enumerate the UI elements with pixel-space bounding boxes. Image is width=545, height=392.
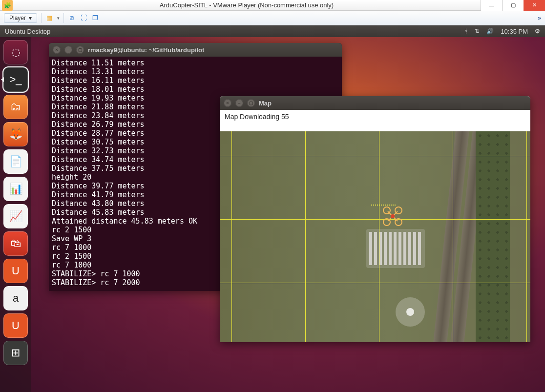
network-icon[interactable]: ⇅	[475, 28, 480, 35]
svg-point-2	[383, 207, 390, 214]
windows-close-button[interactable]: ✕	[524, 0, 545, 11]
ubuntu-desktop[interactable]: Ubuntu Desktop ᚼ ⇅ 🔊 10:35 PM ⚙ ◌ >_ 🗂 🦊…	[0, 25, 545, 392]
terminal-title: rmackay9@ubuntu: ~/GitHub/ardupilot	[88, 46, 204, 54]
map-gridline	[526, 131, 527, 342]
ubuntu-one-icon[interactable]: U	[3, 259, 28, 283]
ubuntu-menubar: Ubuntu Desktop ᚼ ⇅ 🔊 10:35 PM ⚙	[0, 25, 545, 37]
thumbnail-view-icon[interactable]: ▦	[45, 14, 53, 22]
map-window[interactable]: × – ▢ Map Map Downloading 55	[220, 96, 530, 342]
settings-gear-icon[interactable]: ⚙	[535, 28, 540, 35]
terminal-titlebar[interactable]: × ­– ▢ rmackay9@ubuntu: ~/GitHub/ardupil…	[49, 43, 342, 57]
map-titlebar[interactable]: × – ▢ Map	[220, 96, 530, 110]
firefox-launcher-icon[interactable]: 🦊	[3, 122, 28, 146]
workspace-switcher-icon[interactable]: ⊞	[3, 341, 28, 365]
vmware-app-icon: 🧩	[2, 0, 13, 11]
files-launcher-icon[interactable]: 🗂	[3, 95, 28, 119]
map-gridline	[220, 283, 530, 283]
terminal-launcher-icon[interactable]: >_	[3, 67, 28, 92]
clock[interactable]: 10:35 PM	[501, 28, 528, 35]
toolbar-separator	[41, 13, 42, 23]
copter-marker-icon[interactable]	[381, 205, 404, 228]
terminal-maximize-button[interactable]: ▢	[76, 46, 84, 54]
map-status-text: Map Downloading 55	[220, 110, 530, 131]
vmware-player-menu-button[interactable]: Player ▾	[4, 13, 37, 23]
map-gridline	[305, 131, 306, 342]
unity-mode-icon[interactable]: ❐	[91, 14, 99, 22]
volume-icon[interactable]: 🔊	[486, 28, 494, 35]
terminal-close-button[interactable]: ×	[53, 46, 61, 54]
map-helipad	[396, 297, 425, 327]
windows-minimize-button[interactable]: —	[481, 0, 502, 11]
svg-point-4	[383, 219, 390, 226]
vmware-toolbar: Player ▾ ▦ ▾ ⎚ ⛶ ❐ »	[0, 11, 545, 25]
svg-point-6	[391, 215, 394, 218]
map-title: Map	[259, 100, 272, 107]
toolbar-separator	[63, 13, 64, 23]
dropdown-arrow-icon: ▾	[29, 15, 32, 21]
vmware-player-label: Player	[9, 15, 26, 21]
windows-titlebar: 🧩 ArduCopter-SITL - VMware Player (Non-c…	[0, 0, 545, 11]
map-close-button[interactable]: ×	[224, 99, 231, 107]
dash-home-icon[interactable]: ◌	[3, 40, 28, 64]
map-gridline	[453, 131, 453, 342]
dropdown-arrow-icon[interactable]: ▾	[57, 16, 60, 21]
ubuntu-launcher: ◌ >_ 🗂 🦊 📄 📊 📈 🛍 U a U ⊞	[0, 37, 31, 392]
toolbar-overflow-button[interactable]: »	[538, 15, 541, 21]
map-gridline	[379, 131, 379, 342]
libreoffice-impress-icon[interactable]: 📈	[3, 204, 28, 228]
bluetooth-icon[interactable]: ᚼ	[464, 28, 468, 35]
svg-point-3	[395, 207, 402, 214]
map-maximize-button[interactable]: ▢	[247, 99, 255, 107]
libreoffice-writer-icon[interactable]: 📄	[3, 149, 28, 174]
software-center-icon[interactable]: 🛍	[3, 231, 28, 256]
map-view[interactable]	[220, 131, 530, 342]
terminal-minimize-button[interactable]: ­–	[64, 46, 72, 54]
map-trees	[476, 131, 510, 342]
map-gridline	[220, 156, 530, 156]
ubuntu-icon[interactable]: U	[3, 313, 28, 338]
libreoffice-calc-icon[interactable]: 📊	[3, 177, 28, 201]
map-gridline	[220, 219, 530, 220]
map-minimize-button[interactable]: –	[235, 99, 243, 107]
map-building-cluster	[366, 229, 425, 268]
windows-maximize-button[interactable]: ▢	[502, 0, 524, 11]
amazon-icon[interactable]: a	[3, 286, 28, 310]
windows-title: ArduCopter-SITL - VMware Player (Non-com…	[13, 1, 481, 9]
network-adapter-icon[interactable]: ⎚	[68, 14, 76, 22]
fullscreen-icon[interactable]: ⛶	[80, 14, 87, 22]
windows-controls: — ▢ ✕	[481, 0, 545, 11]
running-indicator-icon	[1, 77, 4, 82]
svg-point-5	[395, 219, 402, 226]
map-gridline	[231, 131, 232, 342]
ubuntu-desktop-title[interactable]: Ubuntu Desktop	[5, 28, 50, 35]
